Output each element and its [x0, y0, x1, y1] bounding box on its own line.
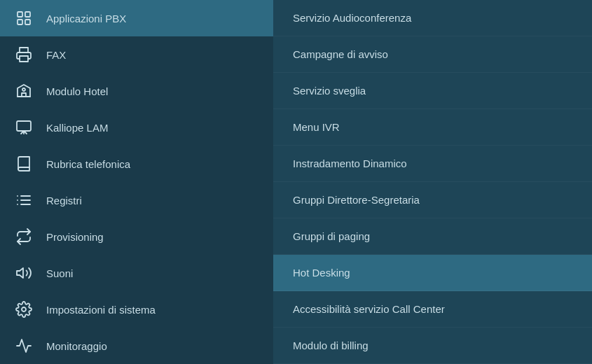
svg-rect-2	[18, 20, 22, 24]
main-item-hot-desking[interactable]: Hot Desking	[273, 255, 592, 291]
sidebar-item-label: Impostazioni di sistema	[46, 304, 156, 316]
sidebar-item-label: Monitoraggio	[46, 340, 107, 352]
svg-rect-1	[25, 12, 30, 17]
main-item-label: Servizio Audioconferenza	[293, 12, 411, 24]
main-item-gruppi-paging[interactable]: Gruppi di paging	[273, 218, 592, 255]
main-item-label: Gruppi di paging	[293, 230, 370, 242]
main-item-accessibilita[interactable]: Accessibilità servizio Call Center	[273, 291, 592, 328]
sidebar-item-label: Applicazioni PBX	[46, 13, 126, 24]
main-item-label: Instradamento Dinamico	[293, 158, 407, 169]
sidebar-item-fax[interactable]: FAX	[0, 36, 273, 73]
monitor2-icon	[11, 333, 36, 358]
main-item-label: Campagne di avviso	[293, 48, 388, 60]
main-item-modulo-billing[interactable]: Modulo di billing	[273, 328, 592, 364]
sidebar-item-rubrica[interactable]: Rubrica telefonica	[0, 146, 273, 182]
sidebar-item-label: FAX	[46, 49, 66, 61]
sidebar-item-label: Registri	[46, 195, 82, 206]
svg-rect-4	[20, 56, 28, 62]
sidebar-item-label: Kalliope LAM	[46, 122, 108, 134]
list-icon	[11, 188, 36, 213]
sidebar-item-label: Modulo Hotel	[46, 85, 108, 97]
book-icon	[11, 151, 36, 176]
main-item-label: Hot Desking	[293, 267, 350, 279]
monitor-icon	[11, 115, 36, 140]
svg-marker-15	[17, 268, 23, 278]
sidebar-item-registri[interactable]: Registri	[0, 182, 273, 218]
printer-icon	[11, 42, 36, 67]
svg-rect-7	[17, 121, 31, 131]
svg-point-16	[22, 307, 26, 312]
svg-point-6	[22, 88, 25, 91]
sidebar-item-label: Suoni	[46, 267, 73, 279]
sidebar-item-label: Provisioning	[46, 231, 104, 243]
sidebar: Applicazioni PBX FAX Modulo Hotel Kallio…	[0, 0, 273, 364]
main-item-servizio-sveglia[interactable]: Servizio sveglia	[273, 73, 592, 109]
main-item-label: Servizio sveglia	[293, 85, 366, 97]
main-item-instradamento-dinamico[interactable]: Instradamento Dinamico	[273, 146, 592, 182]
provisioning-icon	[11, 224, 36, 249]
svg-rect-0	[18, 12, 22, 17]
main-item-label: Modulo di billing	[293, 340, 369, 351]
sidebar-item-provisioning[interactable]: Provisioning	[0, 218, 273, 255]
sidebar-item-applicazioni-pbx[interactable]: Applicazioni PBX	[0, 0, 273, 36]
svg-rect-3	[25, 20, 30, 24]
main-item-label: Gruppi Direttore-Segretaria	[293, 194, 420, 206]
grid-icon	[11, 6, 36, 31]
sidebar-item-impostazioni[interactable]: Impostazioni di sistema	[0, 291, 273, 328]
sidebar-item-monitoraggio[interactable]: Monitoraggio	[0, 328, 273, 364]
sidebar-item-suoni[interactable]: Suoni	[0, 255, 273, 291]
main-item-gruppi-direttore[interactable]: Gruppi Direttore-Segretaria	[273, 182, 592, 218]
settings-icon	[11, 297, 36, 322]
main-item-label: Accessibilità servizio Call Center	[293, 303, 445, 315]
sidebar-item-kalliope-lam[interactable]: Kalliope LAM	[0, 109, 273, 146]
sidebar-item-label: Rubrica telefonica	[46, 158, 130, 170]
sidebar-item-modulo-hotel[interactable]: Modulo Hotel	[0, 73, 273, 109]
main-item-campagne-avviso[interactable]: Campagne di avviso	[273, 36, 592, 73]
hotel-icon	[11, 78, 36, 104]
main-item-label: Menu IVR	[293, 121, 340, 133]
main-item-servizio-audioconferenza[interactable]: Servizio Audioconferenza	[273, 0, 592, 36]
sound-icon	[11, 260, 36, 286]
main-content: Servizio Audioconferenza Campagne di avv…	[273, 0, 592, 364]
main-item-menu-ivr[interactable]: Menu IVR	[273, 109, 592, 146]
